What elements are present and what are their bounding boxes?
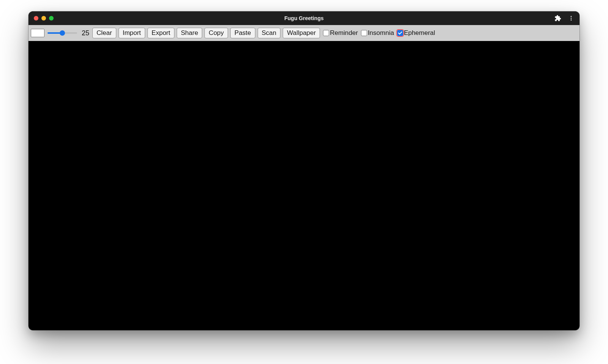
scan-button[interactable]: Scan bbox=[258, 28, 281, 38]
window-controls bbox=[34, 16, 54, 20]
export-button[interactable]: Export bbox=[147, 28, 174, 38]
checkbox-box[interactable] bbox=[323, 30, 329, 36]
more-menu-icon[interactable] bbox=[568, 15, 574, 21]
toolbar: 25 Clear Import Export Share Copy Paste … bbox=[28, 25, 580, 41]
ephemeral-label: Ephemeral bbox=[404, 29, 435, 37]
svg-point-1 bbox=[571, 18, 572, 19]
paste-button[interactable]: Paste bbox=[230, 28, 255, 38]
window-zoom-button[interactable] bbox=[49, 16, 54, 20]
checkbox-box[interactable] bbox=[361, 30, 367, 36]
reminder-checkbox[interactable]: Reminder bbox=[323, 29, 358, 37]
checkbox-box[interactable] bbox=[397, 30, 403, 36]
titlebar: Fugu Greetings bbox=[28, 11, 580, 25]
window-minimize-button[interactable] bbox=[41, 16, 46, 20]
slider-thumb[interactable] bbox=[60, 30, 65, 36]
import-button[interactable]: Import bbox=[119, 28, 145, 38]
app-window: Fugu Greetings bbox=[28, 11, 580, 330]
share-button[interactable]: Share bbox=[177, 28, 202, 38]
extensions-icon[interactable] bbox=[554, 15, 561, 22]
copy-button[interactable]: Copy bbox=[204, 28, 228, 38]
insomnia-label: Insomnia bbox=[368, 29, 394, 37]
window-close-button[interactable] bbox=[34, 16, 38, 20]
window-title: Fugu Greetings bbox=[28, 15, 580, 21]
svg-point-0 bbox=[571, 16, 572, 17]
wallpaper-button[interactable]: Wallpaper bbox=[283, 28, 320, 38]
insomnia-checkbox[interactable]: Insomnia bbox=[361, 29, 394, 37]
brush-size-slider[interactable] bbox=[48, 30, 77, 36]
svg-point-2 bbox=[571, 19, 572, 20]
drawing-canvas[interactable] bbox=[29, 41, 579, 329]
clear-button[interactable]: Clear bbox=[92, 28, 116, 38]
ephemeral-checkbox[interactable]: Ephemeral bbox=[397, 29, 435, 37]
brush-size-value: 25 bbox=[82, 29, 89, 37]
reminder-label: Reminder bbox=[330, 29, 358, 37]
color-picker[interactable] bbox=[31, 29, 44, 37]
